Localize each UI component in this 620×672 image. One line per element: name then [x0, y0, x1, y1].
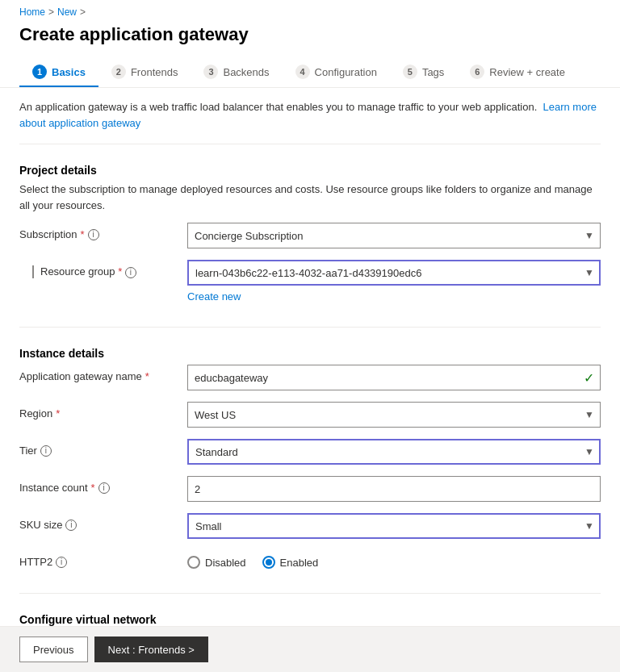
gateway-name-check-icon: ✓ [584, 370, 594, 386]
instance-count-info-icon[interactable]: i [98, 482, 110, 494]
http2-enabled-option[interactable]: Enabled [262, 556, 319, 569]
tab-configuration[interactable]: 4 Configuration [283, 58, 390, 87]
sku-size-dropdown-wrapper: Small ▼ [187, 513, 601, 539]
resource-group-required: * [118, 265, 122, 278]
http2-control: Disabled Enabled [187, 550, 601, 569]
subscription-control: Concierge Subscription ▼ [187, 223, 601, 248]
gateway-name-label: Application gateway name [19, 370, 142, 382]
http2-disabled-radio [187, 556, 200, 569]
region-label-cell: Region * [19, 402, 181, 419]
virtual-network-title: Configure virtual network [19, 613, 601, 626]
resource-group-control: learn-043b6c22-e113-4032-aa71-d4339190ed… [187, 260, 601, 303]
tabs-container: 1 Basics 2 Frontends 3 Backends 4 Config… [0, 58, 620, 88]
tab-review-label: Review + create [489, 66, 565, 78]
tab-review-number: 6 [470, 65, 484, 79]
http2-disabled-option[interactable]: Disabled [187, 556, 246, 569]
tab-frontends[interactable]: 2 Frontends [98, 58, 191, 87]
sku-size-label: SKU size [19, 519, 62, 531]
tab-backends[interactable]: 3 Backends [191, 58, 282, 87]
http2-row: HTTP2 i Disabled Enabled [19, 550, 601, 569]
region-control: West US ▼ [187, 402, 601, 428]
instance-details-title: Instance details [19, 347, 601, 360]
instance-count-input[interactable] [187, 476, 601, 502]
region-dropdown[interactable]: West US [187, 402, 601, 428]
tier-dropdown[interactable]: Standard [187, 439, 601, 465]
tab-review-create[interactable]: 6 Review + create [457, 58, 578, 87]
http2-disabled-label: Disabled [205, 557, 246, 569]
tier-control: Standard ▼ [187, 439, 601, 465]
description-text: An application gateway is a web traffic … [0, 88, 620, 137]
instance-count-required: * [91, 482, 95, 494]
resource-group-row: Resource group * i learn-043b6c22-e113-4… [19, 260, 601, 303]
http2-enabled-radio [262, 556, 275, 569]
region-label: Region [19, 407, 52, 419]
tab-frontends-number: 2 [111, 65, 126, 79]
divider-3 [19, 593, 601, 594]
tab-basics-label: Basics [52, 66, 86, 78]
divider-1 [19, 144, 601, 144]
project-details-title: Project details [19, 164, 601, 177]
http2-label: HTTP2 [19, 556, 52, 568]
instance-details-section: Instance details Application gateway nam… [0, 334, 620, 586]
region-required: * [56, 407, 60, 419]
project-details-section: Project details Select the subscription … [0, 151, 620, 320]
subscription-required: * [81, 228, 85, 240]
http2-enabled-label: Enabled [280, 557, 319, 569]
http2-label-cell: HTTP2 i [19, 550, 181, 568]
gateway-name-required: * [145, 370, 149, 382]
resource-group-info-icon[interactable]: i [125, 267, 136, 278]
footer: Previous Next : Frontends > [0, 626, 620, 672]
region-row: Region * West US ▼ [19, 402, 601, 428]
http2-info-icon[interactable]: i [56, 557, 67, 568]
subscription-row: Subscription * i Concierge Subscription … [19, 223, 601, 248]
resource-group-label-cell: Resource group * i [19, 260, 181, 278]
sku-size-label-cell: SKU size i [19, 513, 181, 531]
resource-group-dropdown-wrapper: learn-043b6c22-e113-4032-aa71-d4339190ed… [187, 260, 601, 286]
tab-tags-number: 5 [403, 65, 417, 79]
subscription-dropdown-wrapper: Concierge Subscription ▼ [187, 223, 601, 248]
divider-2 [19, 327, 601, 328]
sku-size-info-icon[interactable]: i [65, 520, 77, 531]
gateway-name-input[interactable] [187, 365, 601, 390]
tier-row: Tier i Standard ▼ [19, 439, 601, 465]
tab-backends-number: 3 [203, 65, 218, 79]
sku-size-control: Small ▼ [187, 513, 601, 539]
breadcrumb-sep2: > [80, 6, 86, 18]
project-details-desc: Select the subscription to manage deploy… [19, 182, 601, 213]
subscription-info-icon[interactable]: i [88, 229, 99, 240]
previous-button[interactable]: Previous [19, 637, 88, 662]
resource-group-label: Resource group [40, 265, 115, 278]
sku-size-dropdown[interactable]: Small [187, 513, 601, 539]
gateway-name-input-wrapper: ✓ [187, 365, 601, 390]
tier-info-icon[interactable]: i [40, 445, 52, 457]
tab-tags[interactable]: 5 Tags [390, 58, 457, 87]
tier-dropdown-wrapper: Standard ▼ [187, 439, 601, 465]
tab-basics-number: 1 [32, 65, 47, 79]
description-body: An application gateway is a web traffic … [19, 101, 537, 113]
tab-basics[interactable]: 1 Basics [19, 58, 98, 87]
gateway-name-row: Application gateway name * ✓ [19, 365, 601, 390]
tab-configuration-label: Configuration [315, 66, 377, 78]
resource-group-create-new[interactable]: Create new [187, 290, 601, 303]
instance-count-control [187, 476, 601, 502]
region-dropdown-wrapper: West US ▼ [187, 402, 601, 428]
http2-radio-group: Disabled Enabled [187, 550, 601, 569]
tab-configuration-number: 4 [295, 65, 310, 79]
breadcrumb-new[interactable]: New [57, 6, 77, 18]
tab-frontends-label: Frontends [131, 66, 178, 78]
tab-tags-label: Tags [422, 66, 444, 78]
tier-label: Tier [19, 445, 37, 457]
resource-group-dropdown[interactable]: learn-043b6c22-e113-4032-aa71-d4339190ed… [187, 260, 601, 286]
tier-label-cell: Tier i [19, 439, 181, 457]
subscription-label-cell: Subscription * i [19, 223, 181, 240]
gateway-name-label-cell: Application gateway name * [19, 365, 181, 382]
tab-backends-label: Backends [223, 66, 269, 78]
breadcrumb: Home > New > [0, 0, 620, 21]
sku-size-row: SKU size i Small ▼ [19, 513, 601, 539]
next-button[interactable]: Next : Frontends > [94, 637, 208, 662]
gateway-name-control: ✓ [187, 365, 601, 390]
subscription-dropdown[interactable]: Concierge Subscription [187, 223, 601, 248]
instance-count-label-cell: Instance count * i [19, 476, 181, 494]
page-title: Create application gateway [0, 21, 620, 58]
breadcrumb-home[interactable]: Home [19, 6, 45, 18]
